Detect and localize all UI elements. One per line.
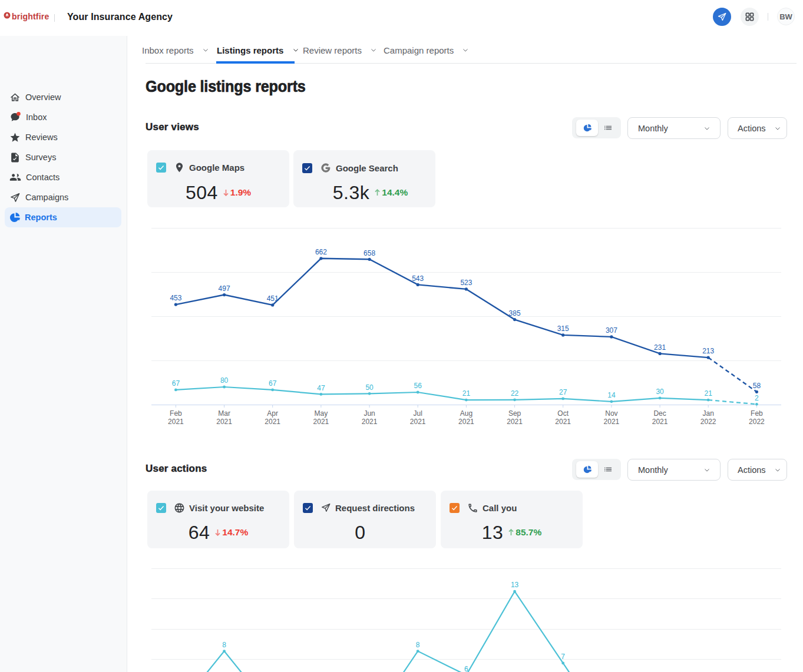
svg-text:80: 80: [220, 376, 229, 385]
svg-text:315: 315: [557, 325, 569, 333]
svg-text:453: 453: [170, 294, 181, 302]
svg-text:2021: 2021: [313, 418, 329, 426]
svg-text:Aug: Aug: [460, 409, 472, 418]
svg-text:8: 8: [416, 641, 420, 649]
svg-text:2021: 2021: [604, 418, 620, 426]
svg-text:523: 523: [460, 279, 472, 287]
svg-text:2022: 2022: [700, 418, 716, 426]
svg-text:27: 27: [559, 388, 567, 396]
svg-text:2021: 2021: [362, 418, 378, 426]
svg-text:14: 14: [607, 391, 616, 399]
svg-text:Apr: Apr: [267, 409, 278, 418]
svg-text:50: 50: [365, 383, 374, 392]
svg-text:13: 13: [511, 581, 519, 589]
svg-text:497: 497: [219, 284, 230, 293]
svg-text:Nov: Nov: [605, 409, 617, 418]
svg-text:Dec: Dec: [653, 409, 666, 418]
svg-text:7: 7: [561, 653, 565, 661]
svg-text:231: 231: [654, 343, 666, 352]
svg-text:Oct: Oct: [557, 409, 569, 418]
svg-text:662: 662: [315, 248, 327, 256]
svg-text:658: 658: [364, 249, 375, 257]
svg-text:2021: 2021: [507, 418, 523, 426]
svg-text:2: 2: [755, 394, 759, 402]
svg-text:21: 21: [705, 389, 713, 398]
svg-text:58: 58: [753, 382, 761, 390]
svg-text:2021: 2021: [555, 418, 571, 426]
svg-text:Sep: Sep: [508, 409, 521, 418]
svg-text:8: 8: [222, 641, 226, 649]
svg-text:2021: 2021: [652, 418, 668, 426]
svg-text:6: 6: [464, 665, 468, 672]
svg-text:2022: 2022: [749, 418, 765, 426]
svg-text:56: 56: [414, 382, 422, 390]
svg-text:Feb: Feb: [751, 409, 763, 418]
svg-text:2021: 2021: [458, 418, 474, 426]
svg-text:21: 21: [462, 389, 471, 398]
svg-text:May: May: [315, 409, 328, 418]
svg-text:2021: 2021: [216, 418, 232, 426]
svg-text:451: 451: [267, 294, 279, 303]
svg-text:22: 22: [511, 389, 519, 398]
svg-text:2021: 2021: [410, 418, 426, 426]
svg-text:67: 67: [172, 379, 180, 388]
svg-text:Jan: Jan: [703, 409, 714, 418]
svg-text:Jul: Jul: [414, 409, 422, 418]
svg-text:213: 213: [702, 347, 714, 355]
svg-text:Feb: Feb: [170, 409, 182, 418]
svg-text:543: 543: [412, 274, 424, 283]
svg-text:2021: 2021: [168, 418, 184, 426]
svg-text:Mar: Mar: [218, 409, 230, 418]
svg-text:30: 30: [656, 388, 664, 396]
svg-text:385: 385: [509, 309, 521, 317]
svg-text:307: 307: [606, 326, 617, 335]
svg-text:Jun: Jun: [364, 409, 375, 418]
svg-text:67: 67: [269, 379, 277, 388]
svg-text:47: 47: [317, 384, 325, 392]
svg-text:2021: 2021: [265, 418, 280, 426]
